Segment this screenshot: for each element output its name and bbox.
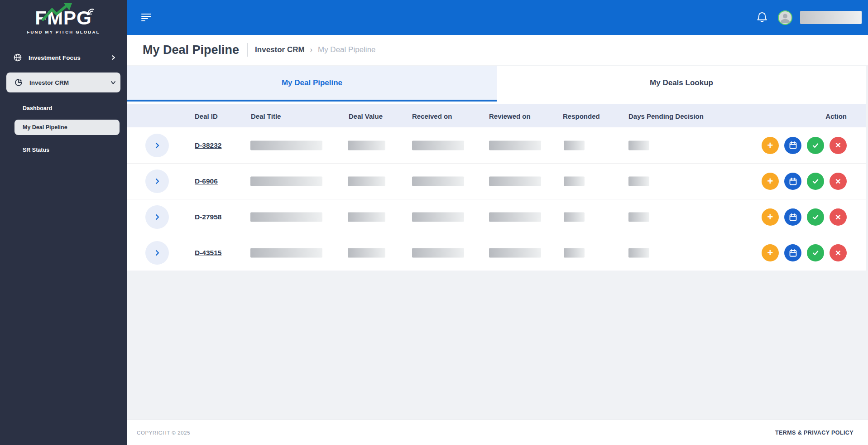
deal-id-link[interactable]: D-43515 bbox=[195, 249, 221, 257]
column-header-deal-value: Deal Value bbox=[349, 112, 383, 120]
add-button[interactable]: + bbox=[762, 137, 779, 154]
menu-icon[interactable] bbox=[141, 14, 151, 22]
breadcrumb-investor-crm[interactable]: Investor CRM bbox=[255, 45, 305, 54]
redacted-responded bbox=[564, 177, 585, 186]
calendar-icon bbox=[789, 178, 797, 185]
globe-icon bbox=[14, 53, 22, 62]
add-button[interactable]: + bbox=[762, 244, 779, 261]
expand-row-button[interactable] bbox=[145, 241, 169, 265]
reject-button[interactable]: ✕ bbox=[830, 244, 847, 261]
avatar[interactable] bbox=[778, 10, 792, 25]
approve-button[interactable] bbox=[807, 244, 824, 261]
redacted-responded bbox=[564, 140, 585, 150]
table-row: D-6906 + ✕ bbox=[127, 163, 866, 199]
redacted-deal-title bbox=[250, 140, 322, 150]
redacted-reviewed-on bbox=[489, 177, 541, 186]
tab-label: My Deal Pipeline bbox=[282, 78, 342, 87]
column-header-action: Action bbox=[825, 112, 847, 120]
sidebar-item-label: My Deal Pipeline bbox=[23, 124, 67, 131]
redacted-reviewed-on bbox=[489, 140, 541, 150]
bell-icon[interactable] bbox=[756, 11, 768, 24]
reject-x-icon: ✕ bbox=[835, 141, 841, 150]
calendar-icon bbox=[789, 141, 797, 149]
chevron-right-icon bbox=[154, 178, 160, 184]
redacted-reviewed-on bbox=[489, 248, 541, 258]
redacted-received-on bbox=[412, 248, 464, 258]
expand-row-button[interactable] bbox=[145, 205, 169, 229]
logo-signal-waves-icon bbox=[87, 8, 96, 17]
reject-button[interactable]: ✕ bbox=[830, 173, 847, 190]
deal-id-link[interactable]: D-6906 bbox=[195, 177, 218, 185]
column-header-deal-id: Deal ID bbox=[195, 112, 218, 120]
approve-button[interactable] bbox=[807, 208, 824, 226]
calendar-icon bbox=[789, 213, 797, 221]
calendar-icon bbox=[789, 249, 797, 257]
redacted-deal-value bbox=[348, 248, 385, 258]
approve-button[interactable] bbox=[807, 137, 824, 154]
table-row: D-27958 + ✕ bbox=[127, 199, 866, 235]
sidebar-item-my-deal-pipeline[interactable]: My Deal Pipeline bbox=[14, 120, 120, 135]
username-redacted[interactable] bbox=[800, 11, 862, 24]
main-area: My Deal Pipeline Investor CRM › My Deal … bbox=[127, 0, 868, 445]
page-title: My Deal Pipeline bbox=[143, 43, 239, 57]
sidebar-item-label: Investor CRM bbox=[29, 79, 69, 86]
reject-x-icon: ✕ bbox=[835, 249, 841, 257]
sidebar-item-dashboard[interactable]: Dashboard bbox=[14, 101, 120, 116]
reject-button[interactable]: ✕ bbox=[830, 137, 847, 154]
tab-bar: My Deal Pipeline My Deals Lookup bbox=[127, 66, 866, 102]
add-icon: + bbox=[767, 212, 773, 222]
chevron-right-icon bbox=[110, 55, 116, 60]
reject-x-icon: ✕ bbox=[835, 177, 841, 186]
chevron-right-icon bbox=[154, 214, 160, 220]
chevron-right-icon bbox=[154, 142, 160, 149]
deal-id-link[interactable]: D-38232 bbox=[195, 141, 221, 150]
sidebar-item-investor-crm[interactable]: Investor CRM bbox=[6, 73, 120, 92]
breadcrumb-current: My Deal Pipeline bbox=[318, 45, 376, 54]
brand-logo[interactable]: FMPG FUND MY PITCH GLOBAL bbox=[0, 7, 127, 34]
reject-button[interactable]: ✕ bbox=[830, 208, 847, 226]
add-button[interactable]: + bbox=[762, 173, 779, 190]
row-actions: + ✕ bbox=[762, 173, 847, 190]
sidebar-item-label: Dashboard bbox=[23, 105, 52, 111]
expand-row-button[interactable] bbox=[145, 169, 169, 193]
column-header-reviewed-on: Reviewed on bbox=[489, 112, 531, 120]
schedule-button[interactable] bbox=[784, 173, 801, 190]
schedule-button[interactable] bbox=[784, 208, 801, 226]
column-header-deal-title: Deal Title bbox=[251, 112, 281, 120]
column-header-responded: Responded bbox=[563, 112, 600, 120]
sidebar-item-investment-focus[interactable]: Investment Focus bbox=[6, 51, 120, 64]
row-actions: + ✕ bbox=[762, 137, 847, 154]
page-header: My Deal Pipeline Investor CRM › My Deal … bbox=[127, 35, 868, 65]
divider bbox=[247, 43, 248, 57]
sidebar-item-label: SR Status bbox=[23, 147, 49, 153]
terms-privacy-link[interactable]: TERMS & PRIVACY POLICY bbox=[775, 430, 854, 436]
redacted-days-pending bbox=[628, 213, 649, 222]
reject-x-icon: ✕ bbox=[835, 213, 841, 222]
logo-tagline: FUND MY PITCH GLOBAL bbox=[0, 29, 127, 34]
page-footer: COPYRIGHT © 2025 TERMS & PRIVACY POLICY bbox=[127, 420, 868, 445]
redacted-deal-title bbox=[250, 177, 322, 186]
sidebar-item-sr-status[interactable]: SR Status bbox=[14, 142, 120, 158]
deal-id-link[interactable]: D-27958 bbox=[195, 213, 221, 221]
add-button[interactable]: + bbox=[762, 208, 779, 226]
tab-my-deals-lookup[interactable]: My Deals Lookup bbox=[497, 66, 866, 102]
redacted-responded bbox=[564, 248, 585, 258]
redacted-days-pending bbox=[628, 248, 649, 258]
add-icon: + bbox=[767, 140, 773, 150]
redacted-deal-title bbox=[250, 213, 322, 222]
tab-my-deal-pipeline[interactable]: My Deal Pipeline bbox=[127, 66, 497, 102]
approve-button[interactable] bbox=[807, 173, 824, 190]
expand-row-button[interactable] bbox=[145, 134, 169, 157]
app-root: FMPG FUND MY PITCH GLOBAL Investment Foc… bbox=[0, 0, 868, 445]
schedule-button[interactable] bbox=[784, 137, 801, 154]
column-header-days-pending-decision: Days Pending Decision bbox=[628, 112, 704, 120]
chevron-down-icon bbox=[110, 80, 116, 85]
tab-label: My Deals Lookup bbox=[650, 78, 713, 87]
redacted-received-on bbox=[412, 140, 464, 150]
redacted-reviewed-on bbox=[489, 213, 541, 222]
column-header-received-on: Received on bbox=[412, 112, 452, 120]
content-area: My Deal Pipeline My Deals Lookup Deal ID… bbox=[127, 65, 868, 420]
copyright-text: COPYRIGHT © 2025 bbox=[137, 430, 190, 435]
schedule-button[interactable] bbox=[784, 244, 801, 261]
sidebar: FMPG FUND MY PITCH GLOBAL Investment Foc… bbox=[0, 0, 127, 445]
